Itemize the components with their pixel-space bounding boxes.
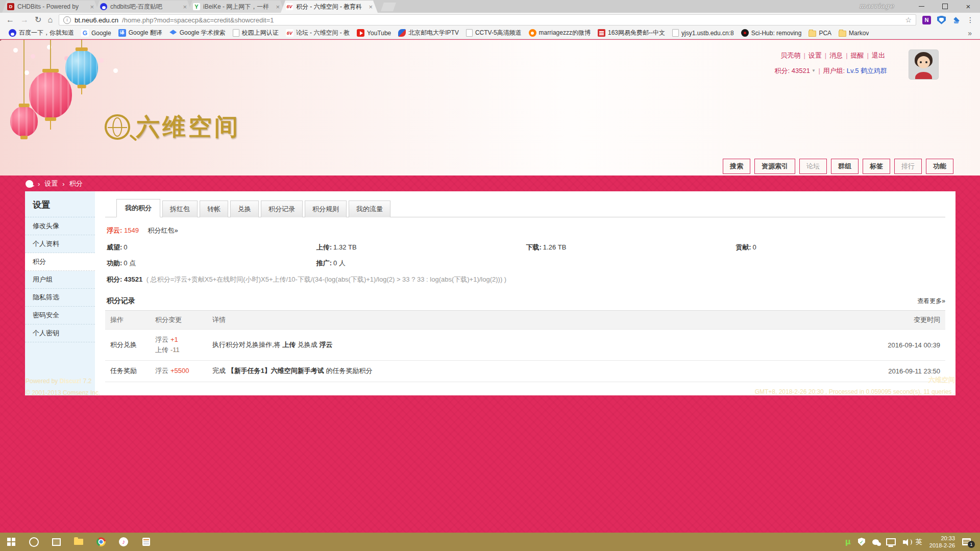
tab-close-icon[interactable]: × [183, 3, 187, 11]
nav-tags-button[interactable]: 标签 [863, 159, 890, 174]
sidebar-item-avatar[interactable]: 修改头像 [25, 217, 95, 235]
messages-link[interactable]: 消息 [829, 52, 843, 59]
notes-app-button[interactable] [135, 533, 157, 551]
utorrent-tray-icon[interactable]: µ [845, 537, 851, 546]
site-logo-text: 六维空间 [136, 111, 240, 143]
file-explorer-button[interactable] [67, 533, 90, 551]
bookmark-cctv5[interactable]: CCTV-5高清频道 [462, 28, 525, 38]
usergroup-link[interactable]: Lv.5 鹤立鸡群 [847, 67, 887, 74]
network-icon[interactable] [886, 538, 896, 545]
scholar-extension-icon[interactable] [952, 16, 961, 24]
chrome-taskbar-button[interactable] [90, 533, 112, 551]
logout-link[interactable]: 退出 [872, 52, 885, 59]
bookmark-youtube[interactable]: YouTube [353, 28, 395, 38]
bookmark-star-icon[interactable]: ☆ [905, 16, 912, 24]
avatar[interactable] [909, 50, 938, 79]
restore-button[interactable] [933, 0, 957, 13]
user-score[interactable]: 积分: 43521 [775, 67, 810, 74]
blue-lantern [65, 50, 98, 86]
breadcrumb-credit-link[interactable]: 积分 [69, 179, 83, 188]
nav-ranking-button[interactable]: 排行 [894, 159, 922, 174]
bookmark-google[interactable]: Google [78, 28, 115, 38]
home-icon[interactable]: ⌂ [47, 16, 53, 24]
iptv-icon [398, 29, 406, 37]
bookmark-163-mail[interactable]: 163网易免费邮--中文 [594, 28, 669, 38]
baidu-favicon [100, 3, 107, 10]
page-info-icon[interactable]: i [63, 16, 71, 24]
nav-groups-button[interactable]: 群组 [831, 159, 859, 174]
security-shield-icon[interactable]: ✓ [858, 538, 865, 546]
bookmark-baidu[interactable]: 百度一下，你就知道 [5, 28, 78, 38]
tab-my-traffic[interactable]: 我的流量 [349, 201, 390, 217]
action-center-icon[interactable]: 1 [962, 538, 971, 545]
browser-tab-tieba[interactable]: chdbits吧-百度贴吧 × [95, 1, 192, 13]
nav-features-button[interactable]: 功能 [926, 159, 953, 174]
start-button[interactable] [0, 533, 22, 551]
nav-forum-button[interactable]: 论坛 [799, 159, 827, 174]
tab-credit-log[interactable]: 积分记录 [261, 201, 303, 217]
bookmarks-overflow-icon[interactable]: » [965, 29, 975, 37]
bookmark-folder-pca[interactable]: PCA [805, 29, 835, 38]
bookmark-google-scholar[interactable]: Google 学术搜索 [166, 28, 229, 38]
chrome-profile-name[interactable]: marriage [860, 2, 894, 10]
chrome-menu-icon[interactable]: ⋮ [967, 16, 974, 24]
reload-icon[interactable]: ↻ [35, 16, 41, 24]
input-language-indicator[interactable]: 英 [916, 537, 922, 546]
view-more-link[interactable]: 查看更多» [917, 297, 945, 306]
cortana-button[interactable] [22, 533, 45, 551]
notices-link[interactable]: 提醒 [851, 52, 864, 59]
sidebar-item-privacy[interactable]: 隐私筛选 [25, 289, 95, 307]
nav-search-button[interactable]: 搜索 [723, 159, 750, 174]
sidebar-item-secret-key[interactable]: 个人密钥 [25, 324, 95, 342]
browser-tab-credit-active[interactable]: 积分 - 六维空间 - 教育科 × [281, 1, 378, 13]
back-icon[interactable]: ← [6, 16, 14, 24]
close-button[interactable]: × [957, 0, 980, 13]
sidebar-item-profile[interactable]: 个人资料 [25, 235, 95, 253]
settings-sidebar: 设置 修改头像 个人资料 积分 用户组 隐私筛选 密码安全 个人密钥 [25, 191, 95, 395]
onenote-extension-icon[interactable] [922, 16, 931, 24]
home-bubble-icon[interactable] [26, 180, 33, 188]
browser-tab-chdbits[interactable]: CHDBits - Powered by × [2, 1, 99, 13]
address-bar[interactable]: i bt.neu6.edu.cn/home.php?mod=spacecp&ac… [59, 14, 916, 26]
tab-my-credit[interactable]: 我的积分 [116, 199, 160, 217]
new-tab-button[interactable] [381, 3, 396, 11]
sidebar-item-password[interactable]: 密码安全 [25, 307, 95, 324]
tab-credit-rules[interactable]: 积分规则 [305, 201, 347, 217]
bookmark-folder-markov[interactable]: Markov [835, 29, 872, 38]
tab-transfer[interactable]: 转帐 [200, 201, 228, 217]
discuz-brand-link[interactable]: Discuz! [60, 378, 82, 385]
footer-site-link[interactable]: 六维空间 [755, 375, 955, 385]
volume-icon[interactable] [903, 540, 905, 544]
red-packet-link[interactable]: 积分红包» [148, 227, 178, 234]
tab-close-icon[interactable]: × [369, 3, 373, 11]
bookmark-neu6-forum[interactable]: 论坛 - 六维空间 - 教 [282, 28, 353, 38]
tab-close-icon[interactable]: × [276, 3, 280, 11]
minimize-button[interactable] [910, 0, 933, 13]
sidebar-item-usergroup[interactable]: 用户组 [25, 271, 95, 289]
bookmark-scihub[interactable]: Sci-Hub: removing [738, 28, 805, 38]
bookmark-google-translate[interactable]: Google 翻译 [115, 28, 166, 38]
site-logo[interactable]: 六维空间 [105, 111, 240, 143]
username-link[interactable]: 贝壳萌 [780, 52, 800, 59]
breadcrumb-settings-link[interactable]: 设置 [44, 179, 58, 188]
stat-contribution: 贡献:0 [736, 243, 945, 252]
task-view-button[interactable] [45, 533, 67, 551]
bookmark-yjsy[interactable]: yjsy1.ustb.edu.cn:8 [669, 28, 738, 38]
settings-link[interactable]: 设置 [808, 52, 822, 59]
credit-stats: 威望:0 上传:1.32 TB 下载:1.26 TB 贡献:0 功勋:0 点 推… [107, 243, 945, 268]
bookmark-campus-auth[interactable]: 校园上网认证 [229, 28, 282, 38]
sidebar-item-credit[interactable]: 积分 [25, 253, 95, 271]
tab-red-packet[interactable]: 拆红包 [162, 201, 198, 217]
tab-exchange[interactable]: 兑换 [230, 201, 259, 217]
wechat-tray-icon[interactable] [872, 539, 879, 545]
itunes-taskbar-button[interactable]: ♪ [112, 533, 135, 551]
browser-tab-ibeike[interactable]: iBeiKe - 网上网下，一样 × [188, 1, 285, 13]
nav-resource-index-button[interactable]: 资源索引 [754, 159, 795, 174]
bookmark-weibo[interactable]: marriagezzz的微博 [525, 28, 594, 38]
taskbar-clock[interactable]: 20:33 2018-2-26 [929, 535, 955, 549]
chevron-down-icon[interactable]: ▼ [812, 68, 816, 73]
bookmark-bupt-iptv[interactable]: 北京邮电大学IPTV [395, 28, 462, 38]
tab-close-icon[interactable]: × [90, 3, 94, 11]
shield-extension-icon[interactable] [937, 16, 946, 24]
forward-icon[interactable]: → [20, 16, 29, 24]
